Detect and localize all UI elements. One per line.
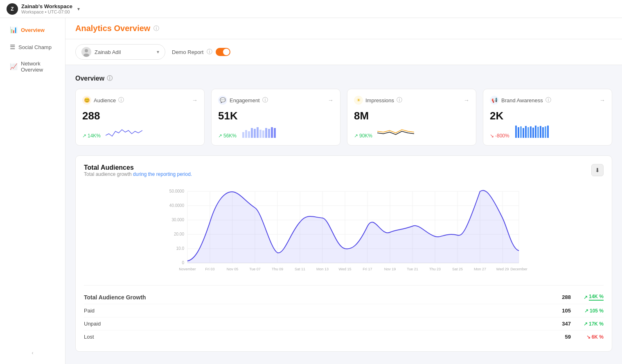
svg-text:Nov 19: Nov 19: [384, 267, 396, 271]
audience-info-icon[interactable]: ⓘ: [118, 97, 124, 104]
page-title-info-icon[interactable]: ⓘ: [153, 25, 159, 32]
sidebar-item-social-champ[interactable]: ☰ Social Champ: [3, 39, 62, 55]
svg-rect-20: [527, 127, 529, 138]
audience-arrow-icon[interactable]: →: [192, 97, 198, 103]
growth-unpaid-value: 347: [538, 321, 571, 327]
demo-report-toggle[interactable]: [216, 48, 230, 56]
sidebar-item-overview-label: Overview: [21, 27, 45, 33]
download-button[interactable]: ⬇: [591, 164, 604, 176]
brand-value: 2K: [490, 110, 605, 122]
svg-rect-18: [523, 128, 524, 138]
sidebar-item-overview[interactable]: 📊 Overview: [3, 22, 62, 38]
growth-unpaid-change: ↗ 17K %: [571, 321, 604, 327]
content-area: Analytics Overview ⓘ Zainab Adil ▾ Demo …: [65, 18, 622, 364]
svg-text:Tue 07: Tue 07: [249, 267, 261, 271]
growth-paid-change: ↗ 105 %: [571, 308, 604, 314]
svg-text:Tue 21: Tue 21: [407, 267, 418, 271]
svg-text:Nov 05: Nov 05: [227, 267, 239, 271]
chevron-down-icon: ▾: [77, 6, 80, 12]
audience-card-header: 😊 Audience ⓘ →: [82, 96, 198, 105]
profile-selector[interactable]: Zainab Adil ▾: [75, 44, 165, 60]
brand-mini-chart: [514, 124, 605, 139]
svg-text:December: December: [510, 267, 527, 271]
audience-icon: 😊: [82, 96, 91, 105]
audience-card: 😊 Audience ⓘ → 288 ↗ 14K%: [75, 89, 205, 146]
profile-avatar: [81, 47, 91, 57]
svg-rect-17: [520, 126, 522, 138]
chart-title-group: Total Audiences Total audience growth du…: [84, 164, 192, 184]
svg-text:Wed 15: Wed 15: [339, 267, 352, 271]
impressions-card: ☀ Impressions ⓘ → 8M ↗ 90K%: [347, 89, 476, 146]
engagement-info-icon[interactable]: ⓘ: [262, 97, 268, 104]
svg-rect-11: [265, 128, 267, 138]
engagement-arrow-icon[interactable]: →: [328, 97, 334, 103]
brand-change: ↘ -800%: [490, 133, 509, 139]
brand-icon: 📢: [490, 96, 499, 105]
growth-lost-value: 59: [538, 334, 571, 340]
impressions-bottom: ↗ 90K%: [354, 124, 469, 139]
overview-section-title: Overview ⓘ: [75, 75, 612, 82]
impressions-label-row: ☀ Impressions ⓘ: [354, 96, 402, 105]
engagement-mini-chart: [241, 124, 334, 139]
svg-rect-14: [274, 128, 276, 138]
engagement-label-row: 💬 Engagement ⓘ: [218, 96, 268, 105]
svg-rect-22: [532, 128, 534, 138]
brand-label: Brand Awareness: [501, 97, 543, 103]
audience-label-row: 😊 Audience ⓘ: [82, 96, 124, 105]
growth-lost-change: ↘ 6K %: [571, 334, 604, 340]
svg-text:30.000: 30.000: [171, 218, 184, 222]
svg-text:Fri 03: Fri 03: [205, 267, 214, 271]
growth-header-label: Total Audience Growth: [84, 294, 538, 301]
audience-change: ↗ 14K%: [82, 133, 101, 139]
area-chart-wrap: 50.0000 40.0000 30.000 20.00 10.0 0: [84, 185, 604, 277]
brand-down-arrow-icon: ↘: [490, 133, 494, 139]
impressions-label: Impressions: [365, 97, 394, 103]
audience-mini-chart: [106, 124, 198, 139]
svg-text:Fri 17: Fri 17: [363, 267, 372, 271]
svg-rect-3: [242, 132, 244, 138]
sidebar-item-network-overview[interactable]: 📈 Network Overview: [3, 56, 62, 77]
svg-rect-27: [545, 126, 546, 138]
svg-point-2: [83, 54, 89, 57]
engagement-bottom: ↗ 56K%: [218, 124, 334, 139]
svg-rect-6: [251, 128, 253, 138]
svg-rect-26: [542, 127, 544, 138]
svg-text:10.0: 10.0: [176, 246, 185, 251]
svg-rect-16: [518, 127, 519, 138]
svg-text:50.0000: 50.0000: [169, 189, 185, 193]
metric-cards: 😊 Audience ⓘ → 288 ↗ 14K%: [75, 89, 612, 146]
demo-report-info-icon[interactable]: ⓘ: [207, 48, 212, 56]
engagement-icon: 💬: [218, 96, 227, 105]
sidebar: 📊 Overview ☰ Social Champ 📈 Network Over…: [0, 18, 65, 364]
page-header: Analytics Overview ⓘ: [65, 18, 622, 39]
growth-header-change: ↗ 14K %: [571, 294, 604, 301]
svg-text:Sat 25: Sat 25: [452, 267, 463, 271]
svg-rect-12: [268, 129, 270, 138]
sidebar-item-social-champ-label: Social Champ: [18, 44, 52, 50]
impressions-info-icon[interactable]: ⓘ: [397, 97, 402, 104]
brand-info-icon[interactable]: ⓘ: [545, 97, 551, 104]
brand-label-row: 📢 Brand Awareness ⓘ: [490, 96, 551, 105]
sidebar-collapse-button[interactable]: ‹: [0, 347, 65, 359]
growth-row-paid: Paid 105 ↗ 105 %: [84, 304, 604, 317]
toolbar: Zainab Adil ▾ Demo Report ⓘ: [65, 39, 622, 65]
engagement-up-arrow-icon: ↗: [218, 133, 222, 139]
inner-content: Overview ⓘ 😊 Audience ⓘ → 288: [65, 65, 622, 362]
chart-subtitle: Total audience growth during the reporti…: [84, 171, 192, 177]
svg-text:Mon 27: Mon 27: [474, 267, 486, 271]
svg-text:40.0000: 40.0000: [169, 203, 185, 208]
impressions-value: 8M: [354, 110, 469, 122]
growth-unpaid-up-arrow-icon: ↗: [584, 321, 588, 327]
growth-paid-label: Paid: [84, 308, 538, 314]
audience-label: Audience: [94, 97, 116, 103]
growth-lost-label: Lost: [84, 334, 538, 340]
brand-arrow-icon[interactable]: →: [599, 97, 605, 103]
chart-header: Total Audiences Total audience growth du…: [84, 164, 604, 184]
svg-text:Thu 23: Thu 23: [429, 267, 441, 271]
svg-rect-24: [537, 127, 539, 138]
impressions-arrow-icon[interactable]: →: [464, 97, 469, 103]
overview-info-icon[interactable]: ⓘ: [107, 75, 113, 82]
workspace-selector[interactable]: Z Zainab's Workspace Workspace • UTC-07:…: [7, 3, 80, 15]
svg-rect-28: [547, 126, 549, 138]
svg-rect-7: [254, 129, 256, 138]
